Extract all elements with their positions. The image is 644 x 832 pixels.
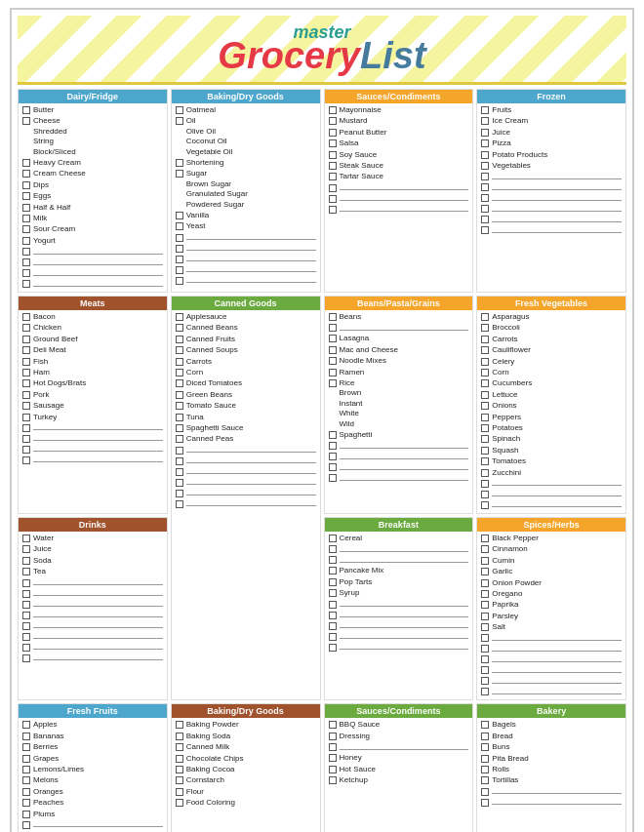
checkbox[interactable] (22, 644, 30, 652)
checkbox[interactable] (329, 139, 337, 147)
checkbox[interactable] (22, 568, 30, 575)
checkbox[interactable] (329, 117, 337, 125)
checkbox[interactable] (22, 402, 30, 410)
checkbox[interactable] (329, 357, 337, 365)
checkbox[interactable] (481, 346, 489, 354)
checkbox[interactable] (22, 391, 30, 399)
checkbox[interactable] (329, 453, 337, 460)
checkbox[interactable] (22, 733, 30, 740)
checkbox[interactable] (481, 721, 489, 729)
checkbox[interactable] (176, 391, 183, 399)
checkbox[interactable] (22, 821, 30, 829)
checkbox[interactable] (481, 129, 489, 137)
checkbox[interactable] (481, 645, 489, 653)
checkbox[interactable] (481, 379, 489, 387)
checkbox[interactable] (329, 545, 337, 553)
checkbox[interactable] (481, 435, 489, 443)
checkbox[interactable] (176, 500, 183, 508)
checkbox[interactable] (329, 195, 337, 203)
checkbox[interactable] (176, 266, 183, 274)
checkbox[interactable] (176, 457, 183, 465)
checkbox[interactable] (481, 799, 489, 807)
checkbox[interactable] (22, 622, 30, 630)
checkbox[interactable] (329, 335, 337, 342)
checkbox[interactable] (481, 677, 489, 685)
checkbox[interactable] (22, 237, 30, 245)
checkbox[interactable] (329, 535, 337, 542)
checkbox[interactable] (22, 369, 30, 376)
checkbox[interactable] (22, 117, 30, 125)
checkbox[interactable] (481, 139, 489, 147)
checkbox[interactable] (176, 424, 183, 432)
checkbox[interactable] (176, 799, 183, 807)
checkbox[interactable] (176, 435, 183, 443)
checkbox[interactable] (481, 766, 489, 773)
checkbox[interactable] (176, 170, 183, 178)
checkbox[interactable] (22, 358, 30, 366)
checkbox[interactable] (481, 469, 489, 477)
checkbox[interactable] (176, 755, 183, 763)
checkbox[interactable] (176, 490, 183, 497)
checkbox[interactable] (481, 776, 489, 784)
checkbox[interactable] (329, 106, 337, 114)
checkbox[interactable] (329, 644, 337, 652)
checkbox[interactable] (22, 346, 30, 354)
checkbox[interactable] (176, 245, 183, 253)
checkbox[interactable] (481, 106, 489, 114)
checkbox[interactable] (176, 117, 183, 125)
checkbox[interactable] (329, 612, 337, 619)
checkbox[interactable] (481, 391, 489, 399)
checkbox[interactable] (481, 733, 489, 740)
checkbox[interactable] (22, 170, 30, 178)
checkbox[interactable] (22, 557, 30, 565)
checkbox[interactable] (22, 204, 30, 212)
checkbox[interactable] (22, 379, 30, 387)
checkbox[interactable] (22, 743, 30, 751)
checkbox[interactable] (329, 776, 337, 784)
checkbox[interactable] (22, 799, 30, 807)
checkbox[interactable] (176, 414, 183, 421)
checkbox[interactable] (481, 579, 489, 587)
checkbox[interactable] (176, 369, 183, 376)
checkbox[interactable] (22, 313, 30, 321)
checkbox[interactable] (481, 666, 489, 674)
checkbox[interactable] (176, 106, 183, 114)
checkbox[interactable] (22, 414, 30, 421)
checkbox[interactable] (329, 463, 337, 471)
checkbox[interactable] (22, 269, 30, 277)
checkbox[interactable] (22, 280, 30, 288)
checkbox[interactable] (176, 447, 183, 455)
checkbox[interactable] (481, 590, 489, 598)
checkbox[interactable] (481, 424, 489, 432)
checkbox[interactable] (481, 369, 489, 376)
checkbox[interactable] (22, 633, 30, 641)
checkbox[interactable] (481, 688, 489, 695)
checkbox[interactable] (481, 183, 489, 191)
checkbox[interactable] (22, 324, 30, 332)
checkbox[interactable] (176, 358, 183, 366)
checkbox[interactable] (176, 313, 183, 321)
checkbox[interactable] (176, 336, 183, 343)
checkbox[interactable] (481, 336, 489, 343)
checkbox[interactable] (481, 743, 489, 751)
checkbox[interactable] (329, 474, 337, 482)
checkbox[interactable] (329, 721, 337, 729)
checkbox[interactable] (176, 234, 183, 242)
checkbox[interactable] (329, 206, 337, 214)
checkbox[interactable] (176, 479, 183, 487)
checkbox[interactable] (176, 256, 183, 263)
checkbox[interactable] (481, 216, 489, 223)
checkbox[interactable] (22, 106, 30, 114)
checkbox[interactable] (481, 117, 489, 125)
checkbox[interactable] (176, 788, 183, 796)
checkbox[interactable] (176, 468, 183, 476)
checkbox[interactable] (481, 613, 489, 620)
checkbox[interactable] (22, 590, 30, 598)
checkbox[interactable] (481, 313, 489, 321)
checkbox[interactable] (481, 655, 489, 663)
checkbox[interactable] (22, 225, 30, 233)
checkbox[interactable] (481, 194, 489, 202)
checkbox[interactable] (481, 358, 489, 366)
checkbox[interactable] (481, 501, 489, 509)
checkbox[interactable] (176, 402, 183, 410)
